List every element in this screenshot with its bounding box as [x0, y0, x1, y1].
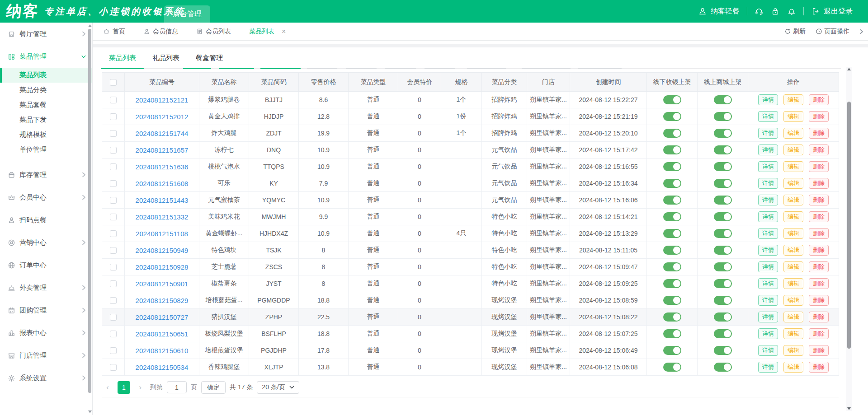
row-checkbox[interactable] — [110, 163, 117, 170]
nav-tab-backoffice[interactable]: 后台管理 — [164, 5, 210, 23]
content-tab-1[interactable]: 菜品列表 — [101, 47, 144, 68]
delete-button[interactable]: 删除 — [809, 295, 829, 306]
delete-button[interactable]: 删除 — [809, 278, 829, 289]
toggle-switch[interactable] — [663, 279, 681, 288]
toggle-switch[interactable] — [663, 179, 681, 188]
delete-button[interactable]: 删除 — [809, 245, 829, 256]
toggle-switch[interactable] — [714, 346, 732, 355]
delete-button[interactable]: 删除 — [809, 362, 829, 373]
lock-icon[interactable] — [771, 7, 780, 16]
edit-button[interactable]: 编辑 — [783, 128, 803, 139]
detail-button[interactable]: 详情 — [758, 362, 778, 373]
sidebar-subitem[interactable]: 菜品套餐 — [0, 98, 92, 112]
content-tab-2[interactable]: 礼品列表 — [144, 47, 188, 68]
sidebar-scrollbar[interactable] — [88, 23, 92, 414]
scroll-up-icon[interactable] — [847, 68, 851, 70]
toggle-switch[interactable] — [663, 346, 681, 355]
page-number-current[interactable]: 1 — [118, 381, 130, 394]
toggle-switch[interactable] — [663, 229, 681, 238]
toggle-switch[interactable] — [714, 262, 732, 271]
toggle-switch[interactable] — [714, 312, 732, 322]
toggle-switch[interactable] — [714, 212, 732, 221]
edit-button[interactable]: 编辑 — [783, 261, 803, 272]
sidebar-subitem[interactable]: 菜品下发 — [0, 112, 92, 127]
sidebar-item-8[interactable]: 外卖管理 — [0, 276, 92, 299]
row-checkbox[interactable] — [110, 314, 117, 321]
detail-button[interactable]: 详情 — [758, 261, 778, 272]
edit-button[interactable]: 编辑 — [783, 228, 803, 239]
chevron-right-icon[interactable] — [859, 29, 863, 34]
sidebar-item-6[interactable]: 营销中心 — [0, 231, 92, 254]
toggle-switch[interactable] — [714, 112, 732, 121]
row-checkbox[interactable] — [110, 347, 117, 354]
toggle-switch[interactable] — [663, 262, 681, 271]
toggle-switch[interactable] — [714, 229, 732, 238]
sidebar-item-5[interactable]: 扫码点餐 — [0, 209, 92, 231]
delete-button[interactable]: 删除 — [809, 145, 829, 155]
toggle-switch[interactable] — [663, 312, 681, 322]
toggle-switch[interactable] — [714, 296, 732, 305]
page-size-select[interactable]: 20 条/页 — [257, 381, 299, 394]
scrollbar-thumb[interactable] — [88, 29, 91, 393]
detail-button[interactable]: 详情 — [758, 278, 778, 289]
row-checkbox[interactable] — [110, 331, 117, 337]
edit-button[interactable]: 编辑 — [783, 245, 803, 256]
toggle-switch[interactable] — [663, 363, 681, 372]
dish-id-link[interactable]: 20240812152121 — [136, 96, 189, 104]
row-checkbox[interactable] — [110, 230, 117, 237]
detail-button[interactable]: 详情 — [758, 228, 778, 239]
edit-button[interactable]: 编辑 — [783, 178, 803, 189]
edit-button[interactable]: 编辑 — [783, 111, 803, 122]
tabbar-tab-4[interactable]: 菜品列表× — [249, 28, 286, 36]
edit-button[interactable]: 编辑 — [783, 94, 803, 105]
dish-id-link[interactable]: 20240812151657 — [136, 146, 189, 154]
toggle-switch[interactable] — [663, 112, 681, 121]
tabbar-tab-1[interactable]: 首页 — [103, 28, 125, 36]
detail-button[interactable]: 详情 — [758, 178, 778, 189]
row-checkbox[interactable] — [110, 297, 117, 304]
toggle-switch[interactable] — [663, 296, 681, 305]
sidebar-item-1[interactable]: 餐厅管理 — [0, 23, 92, 45]
detail-button[interactable]: 详情 — [758, 345, 778, 356]
dish-id-link[interactable]: 20240812151744 — [136, 130, 189, 137]
delete-button[interactable]: 删除 — [809, 261, 829, 272]
headset-icon[interactable] — [755, 7, 764, 16]
dish-id-link[interactable]: 20240812150534 — [136, 364, 189, 371]
scroll-up-icon[interactable] — [88, 24, 92, 27]
scroll-down-icon[interactable] — [847, 407, 851, 410]
sidebar-item-9[interactable]: 团购管理 — [0, 299, 92, 322]
row-checkbox[interactable] — [110, 280, 117, 287]
edit-button[interactable]: 编辑 — [783, 195, 803, 205]
sidebar-subitem[interactable]: 菜品列表 — [0, 68, 92, 83]
detail-button[interactable]: 详情 — [758, 328, 778, 339]
tabbar-tab-3[interactable]: 会员列表 — [196, 28, 231, 36]
toggle-switch[interactable] — [714, 329, 732, 338]
toggle-switch[interactable] — [663, 329, 681, 338]
toggle-switch[interactable] — [714, 179, 732, 188]
toggle-switch[interactable] — [714, 196, 732, 205]
row-checkbox[interactable] — [110, 247, 117, 254]
toggle-switch[interactable] — [714, 95, 732, 104]
edit-button[interactable]: 编辑 — [783, 295, 803, 306]
sidebar-item-12[interactable]: 系统设置 — [0, 367, 92, 389]
delete-button[interactable]: 删除 — [809, 228, 829, 239]
scrollbar-thumb[interactable] — [847, 102, 851, 349]
row-checkbox[interactable] — [110, 130, 117, 137]
sidebar-item-3[interactable]: 库存管理 — [0, 163, 92, 186]
toggle-switch[interactable] — [663, 129, 681, 138]
detail-button[interactable]: 详情 — [758, 161, 778, 172]
detail-button[interactable]: 详情 — [758, 211, 778, 222]
dish-id-link[interactable]: 20240812150901 — [136, 280, 189, 288]
dish-id-link[interactable]: 20240812150610 — [136, 347, 189, 354]
toggle-switch[interactable] — [714, 279, 732, 288]
toggle-switch[interactable] — [663, 95, 681, 104]
delete-button[interactable]: 删除 — [809, 111, 829, 122]
toggle-switch[interactable] — [714, 363, 732, 372]
dish-id-link[interactable]: 20240812150829 — [136, 297, 189, 304]
edit-button[interactable]: 编辑 — [783, 278, 803, 289]
detail-button[interactable]: 详情 — [758, 312, 778, 322]
row-checkbox[interactable] — [110, 113, 117, 120]
delete-button[interactable]: 删除 — [809, 328, 829, 339]
dish-id-link[interactable]: 20240812151608 — [136, 180, 189, 187]
dish-id-link[interactable]: 20240812150651 — [136, 330, 189, 338]
